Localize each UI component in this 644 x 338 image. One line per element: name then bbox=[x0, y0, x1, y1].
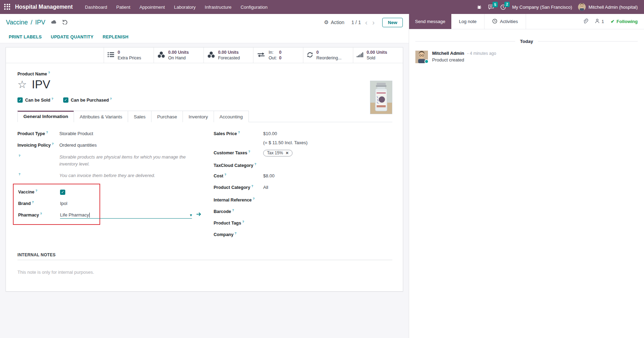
product-type-value[interactable]: Storable Product bbox=[59, 131, 93, 136]
help-icon: ? bbox=[235, 232, 237, 235]
pharmacy-input[interactable]: Life Pharmacy ▾ bbox=[60, 212, 192, 219]
barcode-label: Barcode? bbox=[214, 208, 263, 214]
remove-tax-icon[interactable]: ✕ bbox=[286, 151, 289, 155]
pricelist-icon bbox=[108, 52, 114, 59]
tab-purchase[interactable]: Purchase bbox=[151, 111, 183, 122]
cost-value[interactable]: $8.00 bbox=[263, 173, 275, 178]
top-navbar: Hospital Management Dashboard Patient Ap… bbox=[0, 0, 644, 14]
sales-price-label: Sales Price? bbox=[214, 131, 263, 136]
product-category-label: Product Category? bbox=[214, 184, 263, 190]
stat-button-row: 0 Extra Prices 0. bbox=[6, 47, 403, 63]
app-brand[interactable]: Hospital Management bbox=[15, 4, 73, 10]
nav-configuration[interactable]: Configuration bbox=[236, 3, 272, 12]
gear-icon: ⚙ bbox=[324, 19, 328, 25]
message-author[interactable]: Mitchell Admin bbox=[432, 51, 464, 56]
message-timestamp: - 4 minutes ago bbox=[467, 51, 496, 56]
checkbox-checked-icon[interactable]: ✓ bbox=[63, 97, 68, 103]
left-column: Product Type? Storable Product Invoicing… bbox=[17, 131, 214, 242]
company-value[interactable] bbox=[263, 230, 326, 236]
attachment-paperclip-icon[interactable] bbox=[583, 18, 588, 25]
product-photo[interactable] bbox=[370, 81, 392, 114]
activities-button[interactable]: Activities bbox=[484, 14, 526, 29]
taxcloud-category-value[interactable] bbox=[263, 161, 326, 167]
user-avatar bbox=[578, 3, 586, 11]
stat-sold[interactable]: 0.00 Units Sold bbox=[353, 47, 403, 63]
chevron-down-icon[interactable]: ▾ bbox=[190, 213, 192, 218]
help-icon: ? bbox=[251, 184, 253, 188]
red-annotation-box: Vaccine? ✓ Brand? Ipol Pharmacy? bbox=[13, 184, 100, 225]
followers-button[interactable]: 1 bbox=[595, 19, 604, 24]
form-region: Vaccine / IPV ⚙ Action bbox=[0, 14, 409, 338]
new-button[interactable]: New bbox=[382, 18, 403, 27]
tax-tag[interactable]: Tax 15% ✕ bbox=[263, 150, 293, 156]
header-buttons: PRINT LABELS UPDATE QUANTITY REPLENISH bbox=[0, 31, 409, 43]
stat-extra-prices[interactable]: 0 Extra Prices bbox=[104, 47, 154, 63]
help-icon: ? bbox=[40, 212, 42, 215]
unsaved-cloud-icon[interactable] bbox=[51, 20, 57, 25]
following-button[interactable]: ✔ Following bbox=[610, 19, 638, 24]
user-menu[interactable]: Mitchell Admin (hospital) bbox=[578, 3, 638, 11]
send-message-button[interactable]: Send message bbox=[409, 14, 451, 29]
notebook-tabs: General Information Attributes & Variant… bbox=[17, 111, 392, 122]
debug-bug-icon[interactable] bbox=[476, 4, 482, 10]
tab-attributes-variants[interactable]: Attributes & Variants bbox=[74, 111, 128, 122]
tab-general-information[interactable]: General Information bbox=[17, 111, 74, 122]
vaccine-checkbox[interactable]: ✓ bbox=[60, 190, 65, 195]
print-labels-button[interactable]: PRINT LABELS bbox=[9, 35, 42, 39]
nav-infrastructure[interactable]: Infrastructure bbox=[200, 3, 236, 12]
tab-accounting[interactable]: Accounting bbox=[214, 111, 249, 122]
can-be-purchased-checkbox[interactable]: ✓ Can be Purchased? bbox=[63, 97, 112, 103]
breadcrumb-parent[interactable]: Vaccine bbox=[6, 19, 28, 26]
invoice-help-text: You can invoice them before they are del… bbox=[59, 172, 203, 179]
internal-reference-value[interactable] bbox=[263, 196, 326, 201]
activities-clock-icon[interactable]: 2 bbox=[500, 4, 506, 10]
stat-forecasted[interactable]: 0.00 Units Forecasted bbox=[203, 47, 253, 63]
stat-reordering[interactable]: 0 Reordering... bbox=[303, 47, 353, 63]
taxcloud-category-label: TaxCloud Category? bbox=[214, 162, 263, 168]
action-menu-button[interactable]: ⚙ Action bbox=[324, 19, 344, 25]
stat-in-out[interactable]: In:0 Out:0 bbox=[253, 47, 303, 63]
nav-appointment[interactable]: Appointment bbox=[135, 3, 169, 12]
product-category-value[interactable]: All bbox=[263, 185, 268, 190]
can-be-sold-checkbox[interactable]: ✓ Can be Sold? bbox=[17, 97, 53, 103]
help-icon: ? bbox=[36, 189, 38, 192]
brand-value[interactable]: Ipol bbox=[60, 201, 67, 206]
pager-previous-icon[interactable]: ‹ bbox=[364, 19, 368, 26]
storable-help-text: Storable products are physical items for… bbox=[59, 154, 203, 168]
nav-dashboard[interactable]: Dashboard bbox=[80, 3, 112, 12]
invoicing-policy-label: Invoicing Policy? bbox=[17, 142, 59, 148]
stat-on-hand[interactable]: 0.00 Units On Hand bbox=[154, 47, 203, 63]
company-switcher[interactable]: My Company (San Francisco) bbox=[512, 5, 572, 10]
help-icon: ? bbox=[238, 131, 240, 134]
nav-patient[interactable]: Patient bbox=[112, 3, 135, 12]
help-icon: ? bbox=[248, 150, 250, 153]
internal-link-arrow-icon[interactable] bbox=[196, 212, 201, 216]
tab-inventory[interactable]: Inventory bbox=[183, 111, 214, 122]
product-tags-value[interactable] bbox=[263, 219, 326, 225]
internal-notes-placeholder[interactable]: This note is only for internal purposes. bbox=[17, 270, 392, 275]
favorite-star-icon[interactable]: ☆ bbox=[17, 79, 27, 90]
messages-icon[interactable]: 5 bbox=[488, 4, 494, 10]
pager-next-icon[interactable]: › bbox=[372, 19, 376, 26]
invoicing-policy-value[interactable]: Ordered quantities bbox=[59, 142, 97, 148]
nav-laboratory[interactable]: Laboratory bbox=[169, 3, 200, 12]
help-icon: ? bbox=[254, 162, 257, 166]
internal-notes-header: INTERNAL NOTES bbox=[17, 252, 392, 260]
tab-sales[interactable]: Sales bbox=[128, 111, 151, 122]
sales-price-value[interactable]: $10.00 bbox=[263, 131, 277, 136]
apps-menu-icon[interactable] bbox=[4, 4, 11, 10]
discard-undo-icon[interactable] bbox=[62, 19, 68, 25]
breadcrumb-separator: / bbox=[31, 19, 32, 26]
update-quantity-button[interactable]: UPDATE QUANTITY bbox=[51, 35, 94, 39]
log-note-button[interactable]: Log note bbox=[451, 14, 485, 29]
date-divider: Today bbox=[415, 39, 638, 44]
activities-badge: 2 bbox=[504, 2, 510, 7]
product-name-value[interactable]: IPV bbox=[32, 78, 50, 91]
help-icon: ? bbox=[232, 208, 234, 212]
checkbox-checked-icon[interactable]: ✓ bbox=[17, 97, 23, 103]
text-cursor bbox=[89, 213, 90, 218]
pharmacy-label: Pharmacy? bbox=[18, 212, 60, 218]
pager: 1 / 1 ‹ › bbox=[351, 19, 376, 26]
barcode-value[interactable] bbox=[263, 207, 326, 213]
replenish-button[interactable]: REPLENISH bbox=[103, 35, 128, 39]
